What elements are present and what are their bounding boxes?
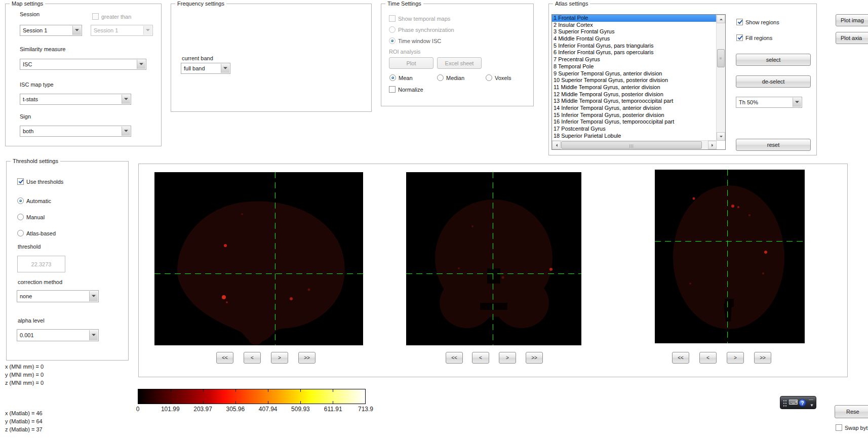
time-window-isc-radio[interactable] [389, 37, 396, 44]
use-thresholds-checkbox[interactable] [17, 178, 24, 185]
sagittal-view-image[interactable] [154, 172, 363, 345]
options-arrow-icon[interactable]: ▼ [810, 404, 814, 408]
atlas-region-item[interactable]: 15 Inferior Temporal Gyrus, posterior di… [552, 112, 717, 119]
plot-axial-button[interactable]: Plot axia [836, 32, 868, 44]
atlas-region-item[interactable]: 8 Temporal Pole [552, 63, 717, 70]
correction-method-dropdown[interactable]: none [17, 290, 99, 302]
coronal-prev-button[interactable]: < [472, 352, 489, 364]
axial-first-button[interactable]: << [672, 352, 689, 364]
colorbar-tick-mark [171, 401, 171, 404]
normalize-checkbox[interactable] [389, 86, 396, 93]
atlas-region-item[interactable]: 9 Superior Temporal Gyrus, anterior divi… [552, 70, 717, 77]
reset-button[interactable]: Rese [835, 405, 868, 418]
minimize-icon[interactable]: — [809, 397, 813, 402]
median-radio[interactable] [437, 74, 444, 81]
atlas-region-item[interactable]: 12 Middle Temporal Gyrus, posterior divi… [552, 91, 717, 98]
automatic-label: Automatic [26, 198, 51, 204]
threshold-input[interactable]: 22.3273 [17, 256, 65, 272]
similarity-measure-dropdown[interactable]: ISC [20, 59, 146, 70]
vertical-scrollbar[interactable]: ≡ [716, 15, 725, 141]
mean-radio[interactable] [389, 74, 396, 81]
chevron-down-icon[interactable] [122, 127, 130, 136]
show-temporal-maps-checkbox[interactable] [389, 15, 396, 22]
plot-image-button[interactable]: Plot imag [836, 14, 868, 26]
drag-handle-icon[interactable] [783, 400, 787, 407]
select-button[interactable]: select [736, 54, 811, 66]
threshold-settings-panel: Threshold settings Use thresholds Automa… [6, 161, 129, 361]
show-regions-checkbox[interactable] [736, 19, 743, 25]
excel-sheet-button[interactable]: Excel sheet [437, 57, 482, 69]
atlas-region-item[interactable]: 1 Frontal Pole [552, 15, 717, 22]
fill-regions-checkbox[interactable] [736, 34, 743, 41]
scroll-right-icon[interactable] [708, 141, 717, 149]
sign-dropdown[interactable]: both [20, 126, 131, 137]
voxels-radio[interactable] [486, 74, 492, 81]
sagittal-prev-button[interactable]: < [244, 352, 261, 364]
phase-sync-radio[interactable] [389, 26, 396, 33]
colorbar-tick-mark [171, 389, 171, 392]
chevron-down-icon[interactable] [793, 98, 801, 107]
manual-radio[interactable] [17, 214, 24, 220]
atlas-region-item[interactable]: 11 Middle Temporal Gyrus, anterior divis… [552, 84, 717, 91]
horizontal-scrollbar[interactable]: ||| [552, 140, 717, 149]
chevron-down-icon[interactable] [137, 60, 145, 69]
axial-brain-slice [655, 170, 805, 343]
mini-toolbar[interactable]: ⌨ ? — ▼ [780, 396, 816, 409]
alpha-level-label: alpha level [18, 317, 45, 324]
sagittal-first-button[interactable]: << [216, 352, 233, 364]
region-threshold-dropdown[interactable]: Th 50% [736, 97, 802, 108]
sagittal-brain-slice [154, 172, 363, 345]
atlas-region-item[interactable]: 10 Superior Temporal Gyrus, posterior di… [552, 77, 717, 84]
coronal-first-button[interactable]: << [446, 352, 463, 364]
vertical-scroll-thumb[interactable]: ≡ [717, 49, 725, 67]
atlas-settings-title: Atlas settings [553, 1, 590, 7]
horizontal-scroll-thumb[interactable]: ||| [561, 141, 702, 149]
colorbar-tick-label: 0 [136, 406, 140, 413]
atlas-region-item[interactable]: 5 Inferior Frontal Gyrus, pars triangula… [552, 43, 717, 50]
coronal-next-button[interactable]: > [499, 352, 516, 364]
atlas-region-item[interactable]: 16 Inferior Temporal Gyrus, temporooccip… [552, 118, 717, 126]
chevron-down-icon[interactable] [221, 64, 229, 73]
atlas-region-item[interactable]: 18 Superior Parietal Lobule [552, 133, 717, 140]
deselect-button[interactable]: de-select [736, 75, 811, 88]
atlas-region-item[interactable]: 4 Middle Frontal Gyrus [552, 35, 717, 43]
chevron-down-icon[interactable] [72, 26, 81, 35]
sagittal-next-button[interactable]: > [271, 352, 288, 364]
chevron-down-icon[interactable] [89, 330, 98, 340]
atlas-region-listbox[interactable]: 1 Frontal Pole2 Insular Cortex3 Superior… [551, 14, 726, 150]
session-dropdown[interactable]: Session 1 [20, 25, 82, 36]
axial-prev-button[interactable]: < [699, 352, 717, 364]
coronal-view-image[interactable] [406, 172, 581, 345]
chevron-down-icon[interactable] [89, 291, 98, 301]
axial-next-button[interactable]: > [727, 352, 744, 364]
alpha-level-dropdown[interactable]: 0.001 [17, 329, 99, 341]
coronal-last-button[interactable]: >> [526, 352, 543, 364]
atlas-region-item[interactable]: 17 Postcentral Gyrus [552, 126, 717, 133]
time-settings-title: Time Settings [385, 1, 423, 7]
reset-regions-button[interactable]: reset [736, 139, 811, 151]
sagittal-last-button[interactable]: >> [298, 352, 315, 364]
keyboard-icon[interactable]: ⌨ [788, 398, 798, 407]
atlas-region-item[interactable]: 3 Superior Frontal Gyrus [552, 28, 717, 35]
atlas-region-item[interactable]: 14 Inferior Temporal Gyrus, anterior div… [552, 105, 717, 112]
greater-than-checkbox[interactable] [92, 13, 99, 20]
roi-plot-button[interactable]: Plot [389, 57, 433, 69]
swap-bytes-checkbox[interactable] [836, 424, 842, 431]
current-band-dropdown[interactable]: full band [181, 63, 230, 74]
mni-y-readout: y (MNI mm) = 0 [5, 371, 44, 379]
axial-view-image[interactable] [655, 170, 805, 343]
help-icon[interactable]: ? [799, 399, 806, 407]
atlas-region-item[interactable]: 6 Inferior Frontal Gyrus, pars opercular… [552, 49, 717, 56]
atlas-region-item[interactable]: 7 Precentral Gyrus [552, 56, 717, 63]
scroll-up-icon[interactable] [717, 15, 725, 23]
atlas-based-radio[interactable] [17, 230, 24, 236]
automatic-radio[interactable] [17, 197, 24, 204]
isc-map-type-dropdown[interactable]: t-stats [20, 94, 131, 105]
scroll-down-icon[interactable] [717, 132, 725, 141]
chevron-down-icon[interactable] [122, 95, 130, 104]
atlas-region-item[interactable]: 13 Middle Temporal Gyrus, temporooccipit… [552, 98, 717, 105]
atlas-region-item[interactable]: 2 Insular Cortex [552, 22, 717, 29]
axial-last-button[interactable]: >> [754, 352, 771, 364]
greater-than-label: greater than [101, 14, 131, 20]
scroll-left-icon[interactable] [552, 141, 561, 149]
